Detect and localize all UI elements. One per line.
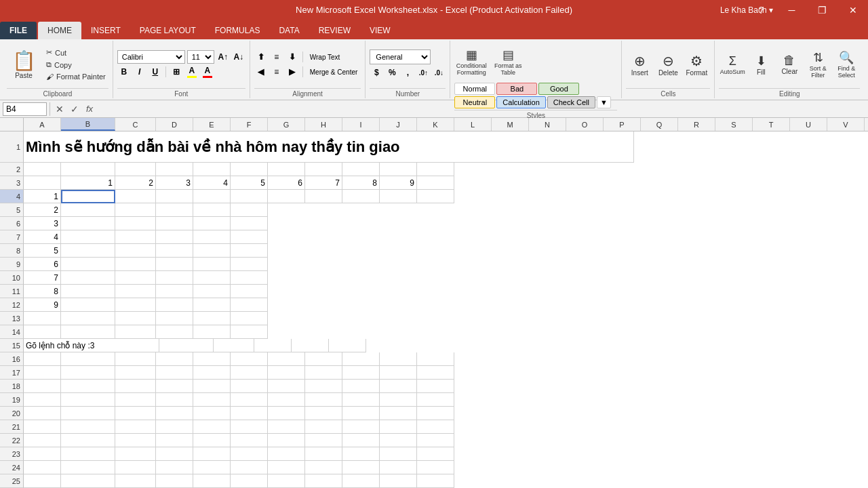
row-header-16[interactable]: 16	[0, 352, 24, 366]
cell-f14[interactable]	[231, 325, 268, 339]
align-center-button[interactable]: ≡	[270, 65, 283, 79]
cell-a17[interactable]	[24, 366, 61, 380]
font-name-select[interactable]: Calibri	[117, 50, 185, 64]
cell-g2[interactable]	[268, 163, 305, 176]
cell-d6[interactable]	[156, 217, 193, 230]
underline-button[interactable]: U	[149, 65, 162, 79]
cell-d23[interactable]	[156, 447, 193, 461]
row-header-25[interactable]: 25	[0, 474, 24, 488]
cell-h23[interactable]	[305, 447, 342, 461]
cell-a18[interactable]	[24, 380, 61, 393]
cell-b16[interactable]	[61, 352, 115, 366]
cell-f22[interactable]	[231, 434, 268, 447]
cell-e17[interactable]	[193, 366, 231, 380]
cell-k22[interactable]	[417, 434, 454, 447]
style-bad[interactable]: Bad	[496, 83, 537, 95]
cell-d4[interactable]	[156, 190, 193, 203]
align-left-button[interactable]: ◀	[254, 65, 268, 79]
cell-g23[interactable]	[268, 447, 305, 461]
col-header-o[interactable]: O	[566, 118, 604, 131]
cell-f19[interactable]	[231, 393, 268, 407]
row-header-24[interactable]: 24	[0, 461, 24, 474]
select-all-button[interactable]	[0, 118, 24, 131]
cell-b24[interactable]	[61, 461, 115, 474]
cell-i18[interactable]	[342, 380, 380, 393]
cell-d11[interactable]	[156, 285, 193, 298]
cell-g3[interactable]: 6	[268, 176, 305, 190]
row-header-2[interactable]: 2	[0, 163, 24, 176]
cell-e22[interactable]	[193, 434, 231, 447]
cell-a9[interactable]: 6	[24, 258, 61, 271]
cell-h16[interactable]	[305, 352, 342, 366]
align-top-button[interactable]: ⬆	[254, 50, 268, 64]
cell-i23[interactable]	[342, 447, 380, 461]
cell-a19[interactable]	[24, 393, 61, 407]
col-header-r[interactable]: R	[678, 118, 715, 131]
cell-b3[interactable]: 1	[61, 176, 115, 190]
col-header-t[interactable]: T	[753, 118, 790, 131]
cell-e3[interactable]: 4	[193, 176, 231, 190]
cell-h3[interactable]: 7	[305, 176, 342, 190]
cell-f13[interactable]	[231, 312, 268, 325]
cell-e11[interactable]	[193, 285, 231, 298]
cell-g24[interactable]	[268, 461, 305, 474]
cell-d24[interactable]	[156, 461, 193, 474]
cell-g19[interactable]	[268, 393, 305, 407]
cell-b17[interactable]	[61, 366, 115, 380]
cell-j22[interactable]	[380, 434, 417, 447]
cell-a21[interactable]	[24, 420, 61, 434]
cell-h25[interactable]	[305, 474, 342, 488]
percent-button[interactable]: %	[385, 66, 399, 79]
cell-j23[interactable]	[380, 447, 417, 461]
cell-k18[interactable]	[417, 380, 454, 393]
cell-c15[interactable]	[214, 339, 254, 352]
tab-review[interactable]: REVIEW	[309, 22, 360, 39]
cell-d2[interactable]	[156, 163, 193, 176]
cell-j16[interactable]	[380, 352, 417, 366]
cell-f17[interactable]	[231, 366, 268, 380]
cell-d15[interactable]	[254, 339, 292, 352]
cell-f16[interactable]	[231, 352, 268, 366]
increase-decimal-button[interactable]: .0↑	[416, 66, 430, 79]
restore-button[interactable]: ❐	[807, 0, 837, 20]
cell-d17[interactable]	[156, 366, 193, 380]
cell-b11[interactable]	[61, 285, 115, 298]
cell-e5[interactable]	[193, 203, 231, 217]
cell-g18[interactable]	[268, 380, 305, 393]
cell-g22[interactable]	[268, 434, 305, 447]
cell-a6[interactable]: 3	[24, 217, 61, 230]
cell-a3[interactable]	[24, 176, 61, 190]
col-header-k[interactable]: K	[417, 118, 454, 131]
fill-color-button[interactable]: A	[185, 65, 199, 79]
col-header-i[interactable]: I	[342, 118, 380, 131]
cell-c17[interactable]	[115, 366, 156, 380]
format-as-table-button[interactable]: ▤ Format asTable	[491, 42, 525, 81]
cell-b4[interactable]	[61, 190, 115, 203]
cell-c6[interactable]	[115, 217, 156, 230]
cell-g4[interactable]	[268, 190, 305, 203]
cell-f12[interactable]	[231, 298, 268, 312]
cell-i3[interactable]: 8	[342, 176, 380, 190]
cell-k17[interactable]	[417, 366, 454, 380]
col-header-h[interactable]: H	[305, 118, 342, 131]
cell-c13[interactable]	[115, 312, 156, 325]
cell-a12[interactable]: 9	[24, 298, 61, 312]
increase-font-button[interactable]: A↑	[216, 50, 230, 64]
cell-a5[interactable]: 2	[24, 203, 61, 217]
row-header-4[interactable]: 4	[0, 190, 24, 203]
cell-d22[interactable]	[156, 434, 193, 447]
row-header-23[interactable]: 23	[0, 447, 24, 461]
find-select-button[interactable]: 🔍 Find & Select	[833, 45, 860, 84]
cell-f9[interactable]	[231, 258, 268, 271]
cell-j18[interactable]	[380, 380, 417, 393]
cell-j25[interactable]	[380, 474, 417, 488]
cell-f23[interactable]	[231, 447, 268, 461]
font-size-select[interactable]: 11	[187, 50, 214, 64]
cell-j4[interactable]	[380, 190, 417, 203]
cell-e2[interactable]	[193, 163, 231, 176]
cell-c20[interactable]	[115, 407, 156, 420]
cell-b19[interactable]	[61, 393, 115, 407]
cell-e4[interactable]	[193, 190, 231, 203]
cell-d12[interactable]	[156, 298, 193, 312]
cell-e20[interactable]	[193, 407, 231, 420]
